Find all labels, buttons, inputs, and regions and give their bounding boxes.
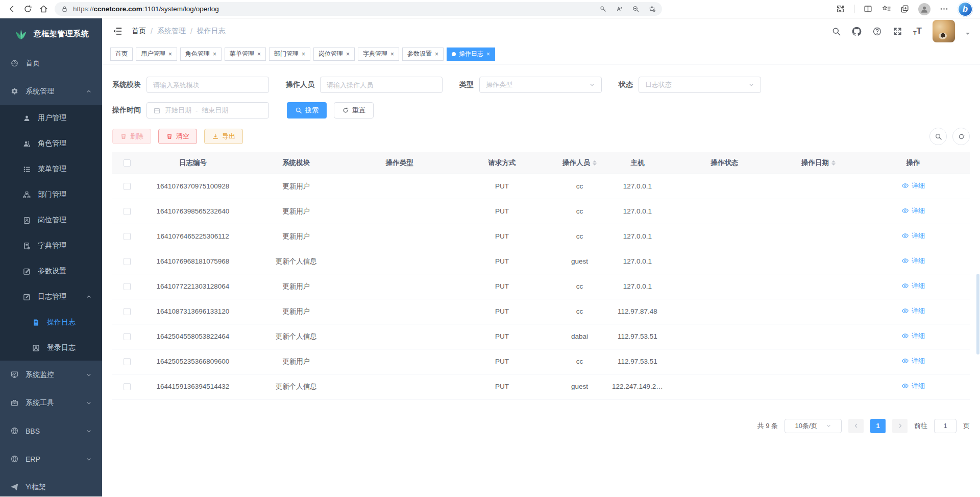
sidebar-item-toolbox-13[interactable]: 系统工具 [0, 389, 102, 417]
close-icon[interactable]: × [257, 51, 261, 57]
close-icon[interactable]: × [435, 51, 438, 57]
show-search-toggle-button[interactable] [929, 128, 947, 145]
address-bar[interactable]: https://ccnetcore.com:1101/system/log/op… [55, 2, 662, 16]
detail-link[interactable]: 详细 [901, 306, 925, 316]
zoom-out-icon[interactable] [632, 5, 640, 13]
password-key-icon[interactable] [599, 5, 607, 13]
detail-link[interactable]: 详细 [901, 231, 925, 241]
tab-4[interactable]: 部门管理× [269, 48, 310, 61]
home-icon[interactable] [39, 4, 48, 14]
goto-page-input[interactable] [934, 419, 957, 433]
prev-page-button[interactable] [848, 419, 864, 433]
sidebar-item-log-edit-9[interactable]: 日志管理 [0, 284, 102, 310]
current-page-button[interactable]: 1 [870, 419, 886, 433]
type-select[interactable]: 操作类型 [479, 77, 602, 93]
detail-link[interactable]: 详细 [901, 357, 925, 366]
sort-caret-icon[interactable] [831, 158, 836, 168]
row-checkbox[interactable] [124, 283, 131, 290]
fullscreen-icon[interactable] [893, 27, 902, 36]
tab-7[interactable]: 参数设置× [402, 48, 444, 61]
row-checkbox[interactable] [124, 383, 131, 390]
sidebar-collapse-icon[interactable] [112, 26, 122, 36]
tab-3[interactable]: 菜单管理× [225, 48, 266, 61]
row-checkbox[interactable] [124, 208, 131, 215]
detail-link[interactable]: 详细 [901, 382, 925, 391]
sidebar-item-menu-tree-4[interactable]: 菜单管理 [0, 156, 102, 182]
select-all-checkbox[interactable] [124, 159, 131, 167]
reset-button[interactable]: 重置 [334, 102, 374, 119]
sidebar-item-gear-1[interactable]: 系统管理 [0, 77, 102, 105]
sidebar-item-monitor-12[interactable]: 系统监控 [0, 361, 102, 389]
close-icon[interactable]: × [213, 51, 216, 57]
row-checkbox[interactable] [124, 183, 131, 190]
refresh-icon[interactable] [23, 4, 33, 14]
split-screen-icon[interactable] [863, 4, 873, 14]
sidebar-item-doc-file-10[interactable]: 操作日志 [0, 310, 102, 335]
sidebar-item-book-7[interactable]: 字典管理 [0, 233, 102, 258]
export-button[interactable]: 导出 [204, 129, 243, 144]
browser-profile-avatar[interactable] [918, 3, 930, 15]
sort-caret-icon[interactable] [593, 158, 597, 168]
header-search-icon[interactable] [831, 27, 841, 36]
status-select[interactable]: 日志状态 [639, 77, 761, 93]
read-aloud-icon[interactable] [616, 5, 623, 13]
tab-1[interactable]: 用户管理× [136, 48, 177, 61]
column-header-8[interactable]: 操作日期 [780, 152, 857, 174]
column-header-5[interactable]: 操作人员 [553, 152, 606, 174]
tab-2[interactable]: 角色管理× [180, 48, 222, 61]
module-input[interactable] [146, 77, 269, 93]
tab-6[interactable]: 字典管理× [358, 48, 399, 61]
detail-link[interactable]: 详细 [901, 332, 925, 341]
detail-link[interactable]: 详细 [901, 181, 925, 191]
add-favorite-icon[interactable] [648, 5, 656, 13]
row-checkbox[interactable] [124, 358, 131, 365]
browser-menu-dots-icon[interactable] [939, 4, 949, 14]
page-size-select[interactable]: 10条/页 [785, 419, 842, 433]
search-button[interactable]: 搜索 [287, 102, 327, 119]
sidebar-item-send-16[interactable]: Yi框架 [0, 473, 102, 496]
operator-input[interactable] [320, 77, 443, 93]
user-avatar[interactable] [933, 20, 955, 42]
sidebar-item-globe-15[interactable]: ERP [0, 445, 102, 473]
clear-button[interactable]: 清空 [158, 129, 197, 144]
detail-link[interactable]: 详细 [901, 206, 925, 216]
collections-icon[interactable] [900, 4, 910, 14]
sidebar-item-dashboard-0[interactable]: 首页 [0, 49, 102, 77]
tab-0[interactable]: 首页 [110, 48, 133, 61]
tab-8[interactable]: 操作日志× [447, 48, 495, 61]
row-checkbox[interactable] [124, 233, 131, 240]
sidebar-item-globe-14[interactable]: BBS [0, 417, 102, 445]
daterange-picker[interactable]: 开始日期 - 结束日期 [146, 102, 269, 119]
extensions-icon[interactable] [836, 4, 845, 14]
row-checkbox[interactable] [124, 333, 131, 340]
sidebar-item-users-3[interactable]: 角色管理 [0, 131, 102, 156]
detail-link[interactable]: 详细 [901, 281, 925, 291]
close-icon[interactable]: × [168, 51, 172, 57]
close-icon[interactable]: × [390, 51, 394, 57]
lock-icon[interactable] [61, 5, 68, 13]
sidebar-item-org-chart-5[interactable]: 部门管理 [0, 182, 102, 207]
close-icon[interactable]: × [302, 51, 305, 57]
sidebar-item-login-log-11[interactable]: 登录日志 [0, 335, 102, 361]
bing-copilot-icon[interactable]: b [958, 2, 973, 17]
delete-button[interactable]: 删除 [112, 129, 151, 144]
tab-5[interactable]: 岗位管理× [313, 48, 355, 61]
breadcrumb-home[interactable]: 首页 [132, 27, 146, 36]
font-size-icon[interactable]: TT [913, 26, 922, 36]
refresh-table-button[interactable] [952, 128, 970, 145]
close-icon[interactable]: × [346, 51, 350, 57]
close-icon[interactable]: × [486, 51, 490, 57]
sidebar-item-id-badge-6[interactable]: 岗位管理 [0, 207, 102, 233]
avatar-caret-icon[interactable] [966, 33, 970, 37]
back-icon[interactable] [7, 4, 17, 14]
breadcrumb-system[interactable]: 系统管理 [157, 27, 186, 36]
sidebar-item-edit-square-8[interactable]: 参数设置 [0, 258, 102, 284]
github-icon[interactable] [852, 27, 862, 36]
sidebar-item-user-2[interactable]: 用户管理 [0, 105, 102, 131]
next-page-button[interactable] [892, 419, 908, 433]
favorites-bar-icon[interactable] [881, 4, 891, 14]
row-checkbox[interactable] [124, 258, 131, 265]
row-checkbox[interactable] [124, 308, 131, 315]
scrollbar-thumb[interactable] [976, 274, 979, 354]
help-icon[interactable] [872, 27, 882, 36]
